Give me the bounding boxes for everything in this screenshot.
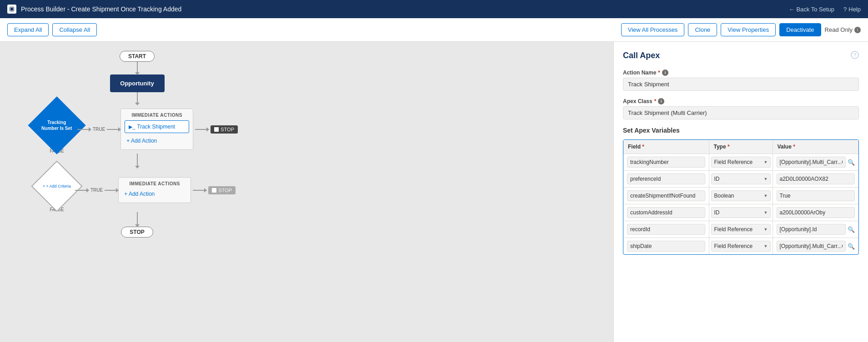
- add-action-button[interactable]: + Add Action: [125, 136, 189, 146]
- expand-all-button[interactable]: Expand All: [7, 23, 49, 36]
- table-header: Field * Type * Value *: [623, 140, 858, 154]
- value-select-1[interactable]: a2D0L00000AOX82: [777, 173, 855, 184]
- action-name-label: Action Name * i: [623, 69, 859, 76]
- stop-square-icon: [214, 127, 219, 132]
- action-icon: ▶_: [129, 124, 135, 130]
- table-row: IDField ReferenceBooleanStringa200L00000…: [623, 204, 858, 221]
- canvas: START Opportunity TrackingNumber Is Set: [0, 42, 613, 342]
- flow-column: START Opportunity TrackingNumber Is Set: [9, 51, 604, 238]
- value-input-5[interactable]: [777, 241, 846, 252]
- search-icon-4[interactable]: 🔍: [848, 226, 855, 233]
- view-all-processes-button[interactable]: View All Processes: [621, 23, 685, 36]
- table-row: Field ReferenceIDBooleanString🔍: [623, 238, 858, 254]
- field-input-1[interactable]: [627, 173, 705, 184]
- criteria-label: TrackingNumber Is Set: [41, 119, 72, 131]
- add-action-button-2[interactable]: + Add Action: [122, 189, 187, 199]
- immediate-actions-box-2: IMMEDIATE ACTIONS + Add Action: [118, 177, 191, 203]
- connector-true2: [107, 129, 120, 130]
- clone-button[interactable]: Clone: [688, 23, 717, 36]
- toolbar: Expand All Collapse All View All Process…: [0, 18, 868, 42]
- track-shipment-action[interactable]: ▶_ Track Shipment: [125, 120, 189, 133]
- th-field: Field *: [623, 140, 709, 154]
- type-select-1[interactable]: IDField ReferenceBooleanString: [711, 173, 771, 184]
- type-select-3[interactable]: IDField ReferenceBooleanString: [711, 207, 771, 218]
- top-bar-right: ← Back To Setup ? Help: [788, 6, 861, 13]
- true-label: TRUE: [93, 127, 105, 132]
- panel-title-row: Call Apex ?: [623, 51, 859, 60]
- variables-table: Field * Type * Value * Field ReferenceID…: [623, 139, 859, 255]
- required-star-2: *: [654, 98, 657, 104]
- th-value: Value *: [773, 140, 859, 154]
- connector-true-4: [105, 190, 118, 191]
- field-input-4[interactable]: [627, 224, 705, 235]
- table-row: Field ReferenceIDBooleanString🔍: [623, 221, 858, 238]
- connector-to-final-stop: [137, 212, 138, 227]
- app-logo: [7, 5, 16, 14]
- action-name-field: Action Name * i: [623, 69, 859, 98]
- connector-to-stop: [195, 129, 209, 130]
- stop-node: STOP: [121, 227, 153, 238]
- collapse-all-button[interactable]: Collapse All: [52, 23, 97, 36]
- type-select-4[interactable]: Field ReferenceIDBooleanString: [711, 224, 771, 235]
- value-input-4[interactable]: [777, 224, 846, 235]
- add-criteria-node[interactable]: ++ Add Criteria: [31, 160, 82, 212]
- connector-start-object: [137, 62, 138, 74]
- connector-to-stop-2: [193, 190, 206, 191]
- view-properties-button[interactable]: View Properties: [721, 23, 776, 36]
- apex-class-input[interactable]: [623, 106, 859, 119]
- panel-help-icon[interactable]: ?: [851, 51, 859, 59]
- connector-true: [77, 129, 91, 130]
- connector-object-criteria: [137, 92, 138, 105]
- right-panel: Call Apex ? Action Name * i Apex Class *…: [613, 42, 868, 342]
- stop-square-icon-2: [212, 188, 216, 193]
- apex-class-info-icon[interactable]: i: [658, 98, 664, 104]
- immediate-actions-title: IMMEDIATE ACTIONS: [125, 113, 189, 118]
- action-name-input[interactable]: [623, 78, 859, 91]
- add-criteria-label[interactable]: ++ Add Criteria: [43, 184, 71, 188]
- top-bar: Process Builder - Create Shipment Once T…: [0, 0, 868, 18]
- type-select-2[interactable]: BooleanField ReferenceIDString: [711, 190, 771, 201]
- field-input-3[interactable]: [627, 207, 705, 218]
- stop-node-inline: STOP: [211, 125, 238, 134]
- field-input-5[interactable]: [627, 241, 705, 252]
- type-select-0[interactable]: Field ReferenceIDBooleanString: [711, 157, 771, 168]
- deactivate-button[interactable]: Deactivate: [779, 23, 821, 36]
- required-star-1: *: [658, 69, 660, 76]
- field-input-0[interactable]: [627, 157, 705, 168]
- immediate-actions-title-2: IMMEDIATE ACTIONS: [122, 181, 187, 186]
- start-node: START: [120, 51, 155, 62]
- type-select-5[interactable]: Field ReferenceIDBooleanString: [711, 241, 771, 252]
- true-label-2: TRUE: [90, 188, 103, 193]
- connector-true-3: [75, 190, 89, 191]
- panel-title-text: Call Apex: [623, 51, 660, 60]
- table-row: IDField ReferenceBooleanStringa2D0L00000…: [623, 171, 858, 188]
- value-select-3[interactable]: a200L00000ArOby: [777, 207, 855, 218]
- apex-class-field: Apex Class * i: [623, 98, 859, 127]
- search-icon-5[interactable]: 🔍: [848, 243, 855, 250]
- field-input-2[interactable]: [627, 190, 705, 201]
- action-name-info-icon[interactable]: i: [662, 69, 668, 76]
- search-icon-0[interactable]: 🔍: [848, 159, 855, 166]
- table-row: BooleanField ReferenceIDStringTrue: [623, 188, 858, 204]
- back-arrow-icon: ←: [788, 6, 794, 13]
- object-node[interactable]: Opportunity: [110, 74, 165, 92]
- toolbar-right: View All Processes Clone View Properties…: [621, 23, 861, 36]
- set-apex-variables-title: Set Apex Variables: [623, 127, 859, 134]
- back-to-setup-link[interactable]: ← Back To Setup: [788, 6, 834, 13]
- read-only-label: Read Only i: [825, 26, 861, 33]
- help-link[interactable]: ? Help: [843, 6, 861, 13]
- app-title: Process Builder - Create Shipment Once T…: [21, 5, 181, 13]
- table-row: Field ReferenceIDBooleanString🔍: [623, 154, 858, 171]
- th-type: Type *: [709, 140, 773, 154]
- table-body: Field ReferenceIDBooleanString🔍IDField R…: [623, 154, 858, 254]
- connector-criteria-criteria2: [137, 154, 138, 168]
- toolbar-left: Expand All Collapse All: [7, 23, 97, 36]
- value-input-0[interactable]: [777, 157, 846, 168]
- main-area: START Opportunity TrackingNumber Is Set: [0, 42, 868, 342]
- flow-layout: START Opportunity TrackingNumber Is Set: [0, 42, 613, 247]
- top-bar-left: Process Builder - Create Shipment Once T…: [7, 5, 181, 14]
- apex-class-label: Apex Class * i: [623, 98, 859, 104]
- svg-rect-2: [10, 8, 13, 10]
- read-only-info-icon[interactable]: i: [854, 27, 861, 33]
- value-select-2[interactable]: True: [777, 190, 855, 201]
